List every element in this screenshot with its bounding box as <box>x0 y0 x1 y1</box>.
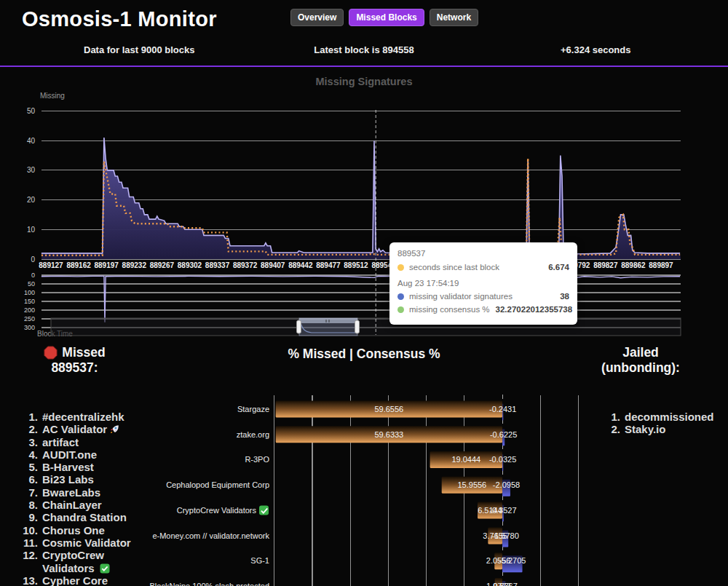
svg-text:889127: 889127 <box>39 261 63 269</box>
validator-name: BwareLabs <box>42 486 159 499</box>
validator-name: Cosmic Validator <box>42 536 159 549</box>
main-chart-x-labels: 8891278891628891978892328892678893028893… <box>39 261 673 269</box>
datazoom-slider[interactable] <box>51 318 681 336</box>
tooltip-row: missing consensus % 32.27022012355738 <box>397 305 569 314</box>
validator-name: artifact <box>42 436 159 448</box>
bar-row[interactable]: 15.9556-2.0958Cephalopod Equipment Corp <box>166 477 520 496</box>
list-item: 6.Bi23 Labs <box>19 473 159 486</box>
check-icon <box>259 506 269 515</box>
validator-name: CryptoCrew Validators <box>42 549 159 574</box>
tooltip-label: missing consensus % <box>409 305 490 314</box>
block-time-series[interactable] <box>41 276 680 322</box>
svg-text:20: 20 <box>27 196 36 204</box>
bar-category-label: e-Money.com // validator.network <box>152 531 269 540</box>
consensus-value-label: -0.6225 <box>490 430 517 439</box>
list-item: 10.Chorus One <box>19 524 159 536</box>
validator-name: ChainLayer <box>42 499 159 511</box>
tab-overview[interactable]: Overview <box>290 9 344 26</box>
validator-name: Cypher Core <box>42 574 159 586</box>
validator-name: Bi23 Labs <box>42 473 159 486</box>
list-item: 1.decommissioned <box>609 411 725 423</box>
svg-text:200: 200 <box>24 306 35 314</box>
bar-category-label: CryptoCrew Validators <box>177 506 257 515</box>
svg-text:889197: 889197 <box>94 261 119 269</box>
list-item: 7.BwareLabs <box>19 486 159 499</box>
validator-name: B-Harvest <box>42 461 159 473</box>
svg-text:889442: 889442 <box>288 261 313 269</box>
list-item-number: 1. <box>19 411 38 423</box>
bar-row[interactable]: 59.6556-0.2431Stargaze <box>237 401 516 421</box>
svg-text:100: 100 <box>24 289 35 296</box>
list-item: 11.Cosmic Validator <box>19 536 159 549</box>
consensus-value-label: -0.2431 <box>489 405 516 413</box>
svg-text:0: 0 <box>31 256 35 264</box>
list-item: 8.ChainLayer <box>19 499 159 511</box>
datazoom-handle-left[interactable] <box>297 320 301 333</box>
bar-category-label: BlockNgine 100% slash protected <box>150 582 269 586</box>
tab-network[interactable]: Network <box>430 9 478 26</box>
tab-missed-blocks[interactable]: Missed Blocks <box>349 9 424 26</box>
bar-row[interactable]: 59.6333-0.6225ztake.org <box>237 426 518 446</box>
list-item-number: 2. <box>609 423 620 435</box>
bar-row[interactable]: 19.0444-0.0325R-3PO <box>245 451 516 471</box>
bar-category-label: ztake.org <box>237 430 269 439</box>
svg-text:150: 150 <box>24 298 35 305</box>
list-item-number: 8. <box>19 499 38 511</box>
list-item: 9.Chandra Station <box>19 511 159 523</box>
validator-name: Staky.io <box>625 423 725 435</box>
svg-text:50: 50 <box>28 280 35 288</box>
svg-text:889372: 889372 <box>233 261 258 269</box>
svg-text:0: 0 <box>31 272 35 279</box>
tooltip-label: missing validator signatures <box>409 292 513 301</box>
missed-value-label: 19.0444 <box>451 455 480 464</box>
list-item-number: 12. <box>19 549 38 574</box>
list-item-number: 5. <box>19 461 38 473</box>
svg-text:889897: 889897 <box>649 261 673 269</box>
consensus-value-label: -0.3527 <box>489 506 516 515</box>
missed-value-label: 15.9556 <box>457 480 486 489</box>
list-item-number: 4. <box>19 448 38 461</box>
list-item-number: 7. <box>19 486 38 499</box>
consensus-value-label: -0.8367 <box>491 582 518 586</box>
svg-text:889827: 889827 <box>593 261 618 269</box>
block-time-y-labels: 050100150200250300 <box>24 272 35 331</box>
validator-name: Chandra Station <box>42 511 159 523</box>
bar-chart-heading: % Missed | Consensus % <box>255 347 473 362</box>
jailed-heading-text: Jailed <box>593 345 688 360</box>
svg-text:889512: 889512 <box>344 261 368 269</box>
jailed-validators-list: 1.decommissioned2.Staky.io <box>609 411 725 436</box>
datazoom-handle-right[interactable] <box>355 320 360 333</box>
svg-text:30: 30 <box>27 166 36 174</box>
bar-category-label: Cephalopod Equipment Corp <box>166 480 269 489</box>
tooltip-value: 32.27022012355738 <box>490 305 573 314</box>
list-item: 2.Staky.io <box>609 423 725 435</box>
list-item: 5.B-Harvest <box>19 461 159 473</box>
list-item-number: 10. <box>19 524 38 536</box>
stop-sign-icon <box>44 346 58 360</box>
main-chart-y-labels: 01020304050 <box>27 107 36 264</box>
osmosis-monitor-app: Osmosis-1 Monitor OverviewMissed BlocksN… <box>0 0 728 586</box>
bar-chart: 59.6556-0.2431Stargaze59.6333-0.6225ztak… <box>150 401 526 586</box>
list-item: 13.Cypher Core <box>19 574 159 586</box>
tooltip-value: 6.674 <box>542 263 569 272</box>
main-series-area[interactable] <box>41 138 681 259</box>
list-item: 2.AC Validator <box>19 423 159 435</box>
svg-text:300: 300 <box>24 324 35 331</box>
svg-text:889267: 889267 <box>150 261 175 269</box>
missed-heading: Missed 889537: <box>18 345 131 376</box>
validator-name: AC Validator <box>42 423 159 435</box>
list-item-number: 3. <box>19 436 38 448</box>
list-item-number: 6. <box>19 473 38 486</box>
consensus-value-label: -1.5780 <box>491 531 518 540</box>
validator-name: decommissioned <box>625 411 725 423</box>
check-icon <box>100 563 110 574</box>
list-item: 4.AUDIT.one <box>19 448 159 461</box>
chart-tooltip: 889537 seconds since last block 6.674 Au… <box>389 242 577 325</box>
bar-row[interactable]: 6.5144-0.3527CryptoCrew Validators <box>177 502 517 522</box>
tab-bar: OverviewMissed BlocksNetwork <box>290 9 478 26</box>
missed-value-label: 59.6556 <box>374 405 403 413</box>
rocket-icon <box>109 424 119 435</box>
svg-text:889162: 889162 <box>66 261 91 269</box>
tooltip-block: 889537 <box>397 249 569 258</box>
bar-row[interactable]: 1.9777-0.8367BlockNgine 100% slash prote… <box>150 578 518 586</box>
